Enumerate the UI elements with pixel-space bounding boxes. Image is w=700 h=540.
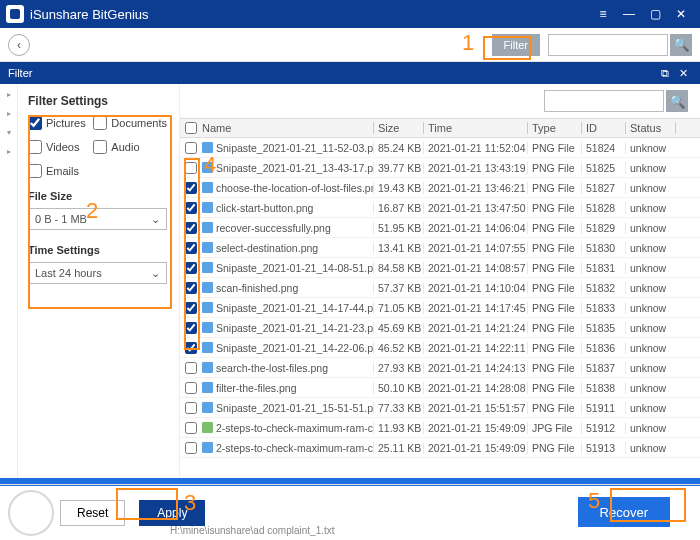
col-name[interactable]: Name xyxy=(202,122,374,134)
search-icon: 🔍 xyxy=(669,94,686,109)
file-icon xyxy=(202,222,213,233)
file-size: 46.52 KB xyxy=(374,342,424,354)
file-size-label: File Size xyxy=(28,190,167,202)
row-checkbox[interactable] xyxy=(185,282,197,294)
check-videos[interactable]: Videos xyxy=(28,140,93,154)
table-header: Name Size Time Type ID Status xyxy=(180,118,700,138)
tree-toggle-icon[interactable]: ▾ xyxy=(0,128,17,137)
check-emails[interactable]: Emails xyxy=(28,164,93,178)
file-status: unknow xyxy=(626,342,676,354)
bottom-bar: Reset Apply Recover H:\mine\isunshare\ad… xyxy=(0,484,700,540)
file-type: PNG File xyxy=(528,322,582,334)
main-toolbar: ‹ Filter 🔍 xyxy=(0,28,700,62)
back-button[interactable]: ‹ xyxy=(8,34,30,56)
row-checkbox[interactable] xyxy=(185,362,197,374)
file-time: 2021-01-21 14:08:57 xyxy=(424,262,528,274)
row-checkbox[interactable] xyxy=(185,422,197,434)
row-checkbox[interactable] xyxy=(185,322,197,334)
file-id: 51827 xyxy=(582,182,626,194)
search-input-panel[interactable] xyxy=(544,90,664,112)
row-checkbox[interactable] xyxy=(185,162,197,174)
file-status: unknow xyxy=(626,162,676,174)
table-row[interactable]: 2-steps-to-check-maximum-ram-capac11.93 … xyxy=(180,418,700,438)
file-name: choose-the-location-of-lost-files.png xyxy=(216,182,374,194)
file-id: 51832 xyxy=(582,282,626,294)
menu-icon[interactable]: ≡ xyxy=(590,3,616,25)
panel-detach-button[interactable]: ⧉ xyxy=(656,67,674,80)
col-size[interactable]: Size xyxy=(374,122,424,134)
file-size: 57.37 KB xyxy=(374,282,424,294)
file-size: 11.93 KB xyxy=(374,422,424,434)
file-id: 51835 xyxy=(582,322,626,334)
col-id[interactable]: ID xyxy=(582,122,626,134)
check-audio[interactable]: Audio xyxy=(93,140,167,154)
filter-button[interactable]: Filter xyxy=(492,34,540,56)
row-checkbox[interactable] xyxy=(185,182,197,194)
file-name: filter-the-files.png xyxy=(216,382,297,394)
file-icon xyxy=(202,302,213,313)
table-row[interactable]: recover-successfully.png51.95 KB2021-01-… xyxy=(180,218,700,238)
row-checkbox[interactable] xyxy=(185,342,197,354)
table-row[interactable]: search-the-lost-files.png27.93 KB2021-01… xyxy=(180,358,700,378)
time-settings-select[interactable]: Last 24 hours ⌄ xyxy=(28,262,167,284)
row-checkbox[interactable] xyxy=(185,142,197,154)
table-row[interactable]: Snipaste_2021-01-21_14-22-06.png46.52 KB… xyxy=(180,338,700,358)
reset-button[interactable]: Reset xyxy=(60,500,125,526)
file-size-select[interactable]: 0 B - 1 MB ⌄ xyxy=(28,208,167,230)
table-row[interactable]: scan-finished.png57.37 KB2021-01-21 14:1… xyxy=(180,278,700,298)
file-status: unknow xyxy=(626,362,676,374)
row-checkbox[interactable] xyxy=(185,402,197,414)
row-checkbox[interactable] xyxy=(185,442,197,454)
filter-settings-panel: Filter Settings Pictures Documents Video… xyxy=(18,84,180,484)
tree-toggle-icon[interactable]: ▸ xyxy=(0,147,17,156)
panel-close-button[interactable]: ✕ xyxy=(674,67,692,80)
search-button-top[interactable]: 🔍 xyxy=(670,34,692,56)
table-row[interactable]: 2-steps-to-check-maximum-ram-capac25.11 … xyxy=(180,438,700,458)
check-pictures[interactable]: Pictures xyxy=(28,116,93,130)
search-input-top[interactable] xyxy=(548,34,668,56)
table-row[interactable]: Snipaste_2021-01-21_13-43-17.png39.77 KB… xyxy=(180,158,700,178)
file-icon xyxy=(202,162,213,173)
tree-toggle-icon[interactable]: ▸ xyxy=(0,90,17,99)
select-all-checkbox[interactable] xyxy=(185,122,197,134)
check-documents[interactable]: Documents xyxy=(93,116,167,130)
table-row[interactable]: Snipaste_2021-01-21_11-52-03.png85.24 KB… xyxy=(180,138,700,158)
file-icon xyxy=(202,382,213,393)
row-checkbox[interactable] xyxy=(185,382,197,394)
col-status[interactable]: Status xyxy=(626,122,676,134)
file-time: 2021-01-21 14:06:04 xyxy=(424,222,528,234)
close-button[interactable]: ✕ xyxy=(668,3,694,25)
col-type[interactable]: Type xyxy=(528,122,582,134)
file-time: 2021-01-21 15:51:57 xyxy=(424,402,528,414)
apply-button[interactable]: Apply xyxy=(139,500,205,526)
file-size: 84.58 KB xyxy=(374,262,424,274)
file-status: unknow xyxy=(626,442,676,454)
table-row[interactable]: choose-the-location-of-lost-files.png19.… xyxy=(180,178,700,198)
maximize-button[interactable]: ▢ xyxy=(642,3,668,25)
tree-toggle-icon[interactable]: ▸ xyxy=(0,109,17,118)
row-checkbox[interactable] xyxy=(185,222,197,234)
table-row[interactable]: Snipaste_2021-01-21_15-51-51.png77.33 KB… xyxy=(180,398,700,418)
minimize-button[interactable]: — xyxy=(616,3,642,25)
table-row[interactable]: Snipaste_2021-01-21_14-21-23.png45.69 KB… xyxy=(180,318,700,338)
row-checkbox[interactable] xyxy=(185,302,197,314)
row-checkbox[interactable] xyxy=(185,262,197,274)
file-time: 2021-01-21 14:10:04 xyxy=(424,282,528,294)
table-row[interactable]: select-destination.png13.41 KB2021-01-21… xyxy=(180,238,700,258)
search-button-panel[interactable]: 🔍 xyxy=(666,90,688,112)
row-checkbox[interactable] xyxy=(185,242,197,254)
recover-button[interactable]: Recover xyxy=(578,497,670,527)
file-size: 13.41 KB xyxy=(374,242,424,254)
file-icon xyxy=(202,362,213,373)
table-row[interactable]: Snipaste_2021-01-21_14-17-44.png71.05 KB… xyxy=(180,298,700,318)
table-row[interactable]: Snipaste_2021-01-21_14-08-51.png84.58 KB… xyxy=(180,258,700,278)
chevron-down-icon: ⌄ xyxy=(151,213,160,226)
row-checkbox[interactable] xyxy=(185,202,197,214)
table-row[interactable]: click-start-button.png16.87 KB2021-01-21… xyxy=(180,198,700,218)
file-type: PNG File xyxy=(528,282,582,294)
file-icon xyxy=(202,282,213,293)
file-status: unknow xyxy=(626,382,676,394)
filter-settings-title: Filter Settings xyxy=(28,94,167,108)
table-row[interactable]: filter-the-files.png50.10 KB2021-01-21 1… xyxy=(180,378,700,398)
col-time[interactable]: Time xyxy=(424,122,528,134)
